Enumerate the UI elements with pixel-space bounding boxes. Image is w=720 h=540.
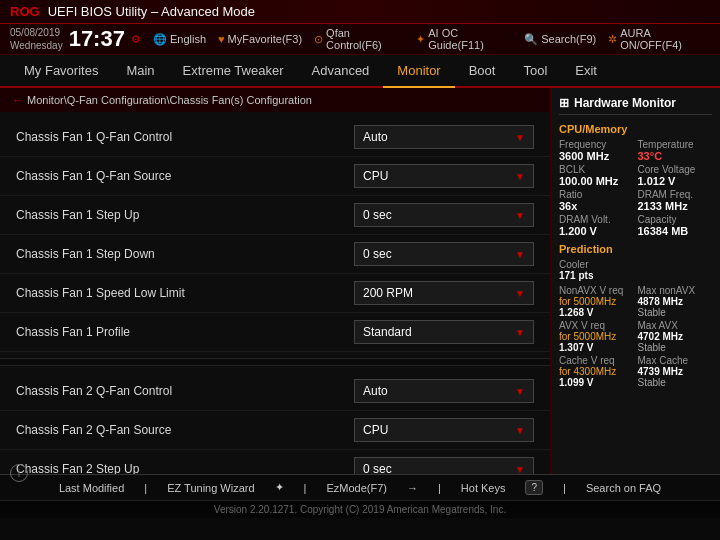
fan1-profile-value: Standard	[363, 325, 412, 339]
cache-value: 1.099 V	[559, 377, 634, 388]
dram-freq-value: 2133 MHz	[638, 200, 713, 212]
temperature-value: 33°C	[638, 150, 713, 162]
ez-tuning-label[interactable]: EZ Tuning Wizard	[167, 482, 254, 494]
myfavorite-item[interactable]: ♥ MyFavorite(F3)	[218, 33, 302, 45]
dram-volt-block: DRAM Volt. 1.200 V	[559, 214, 634, 237]
title-text: UEFI BIOS Utility – Advanced Mode	[48, 4, 255, 19]
fan1-step-down-select[interactable]: 0 sec ▼	[354, 242, 534, 266]
ai-oc-item[interactable]: ✦ AI OC Guide(F11)	[416, 27, 512, 51]
footer: Version 2.20.1271. Copyright (C) 2019 Am…	[0, 500, 720, 518]
cache-for: for 4300MHz	[559, 366, 634, 377]
avx-max-sub: Stable	[638, 342, 713, 353]
cpu-memory-title: CPU/Memory	[559, 123, 712, 135]
settings-icon[interactable]: ⚙	[131, 33, 141, 46]
qfan-item[interactable]: ⊙ Qfan Control(F6)	[314, 27, 404, 51]
avx-max-label: Max AVX	[638, 320, 713, 331]
fan1-step-down-value: 0 sec	[363, 247, 392, 261]
fan1-qfan-control-value: Auto	[363, 130, 388, 144]
arrow-icon: →	[407, 482, 418, 494]
fan2-qfan-source-select[interactable]: CPU ▼	[354, 418, 534, 442]
aura-label: AURA ON/OFF(F4)	[620, 27, 710, 51]
search-item[interactable]: 🔍 Search(F9)	[524, 33, 596, 46]
dropdown-arrow-icon: ▼	[515, 288, 525, 299]
fan1-qfan-source-select[interactable]: CPU ▼	[354, 164, 534, 188]
fan2-qfan-control-select[interactable]: Auto ▼	[354, 379, 534, 403]
avx-value: 1.307 V	[559, 342, 634, 353]
nav-main[interactable]: Main	[112, 55, 168, 86]
fan2-step-up-value: 0 sec	[363, 462, 392, 474]
avx-label: AVX V req	[559, 320, 634, 331]
core-voltage-block: Core Voltage 1.012 V	[638, 164, 713, 187]
cooler-label: Cooler	[559, 259, 712, 270]
fan2-step-up-select[interactable]: 0 sec ▼	[354, 457, 534, 474]
nonavx-label: NonAVX V req	[559, 285, 634, 296]
info-button[interactable]: i	[10, 464, 28, 482]
nav-monitor[interactable]: Monitor	[383, 55, 454, 88]
search-label: Search(F9)	[541, 33, 596, 45]
ai-oc-label: AI OC Guide(F11)	[428, 27, 512, 51]
cpu-memory-grid: Frequency 3600 MHz Temperature 33°C BCLK…	[559, 139, 712, 237]
nonavx-left: NonAVX V req for 5000MHz 1.268 V	[559, 285, 634, 318]
core-voltage-value: 1.012 V	[638, 175, 713, 187]
dram-freq-block: DRAM Freq. 2133 MHz	[638, 189, 713, 212]
frequency-value: 3600 MHz	[559, 150, 634, 162]
search-faq-label[interactable]: Search on FAQ	[586, 482, 661, 494]
avx-left: AVX V req for 5000MHz 1.307 V	[559, 320, 634, 353]
back-arrow[interactable]: ←	[12, 94, 23, 106]
fan1-step-up-value: 0 sec	[363, 208, 392, 222]
nav-boot[interactable]: Boot	[455, 55, 510, 86]
avx-max-value: 4702 MHz	[638, 331, 713, 342]
fan2-qfan-source-row: Chassis Fan 2 Q-Fan Source CPU ▼	[0, 411, 550, 450]
info-bar: 05/08/2019 Wednesday 17:37 ⚙ 🌐 English ♥…	[0, 24, 720, 55]
fan-icon: ⊙	[314, 33, 323, 46]
cooler-item: Cooler 171 pts	[559, 259, 712, 281]
aura-item[interactable]: ✲ AURA ON/OFF(F4)	[608, 27, 710, 51]
breadcrumb-text: Monitor\Q-Fan Configuration\Chassis Fan(…	[27, 94, 312, 106]
left-panel: ← Monitor\Q-Fan Configuration\Chassis Fa…	[0, 88, 550, 474]
fan1-speed-low-limit-select[interactable]: 200 RPM ▼	[354, 281, 534, 305]
ai-icon: ✦	[416, 33, 425, 46]
nonavx-right: Max nonAVX 4878 MHz Stable	[638, 285, 713, 318]
core-voltage-label: Core Voltage	[638, 164, 713, 175]
myfavorite-label: MyFavorite(F3)	[228, 33, 303, 45]
language-item[interactable]: 🌐 English	[153, 33, 206, 46]
hotkeys-badge[interactable]: ?	[525, 480, 543, 495]
cache-max-value: 4739 MHz	[638, 366, 713, 377]
fan1-qfan-control-select[interactable]: Auto ▼	[354, 125, 534, 149]
fan2-qfan-control-row: Chassis Fan 2 Q-Fan Control Auto ▼	[0, 372, 550, 411]
temperature-label: Temperature	[638, 139, 713, 150]
dropdown-arrow-icon: ▼	[515, 132, 525, 143]
fan1-step-down-label: Chassis Fan 1 Step Down	[16, 247, 354, 261]
section-divider	[0, 358, 550, 366]
fan1-speed-low-limit-value: 200 RPM	[363, 286, 413, 300]
hw-monitor-title: ⊞ Hardware Monitor	[559, 96, 712, 115]
fan1-step-up-select[interactable]: 0 sec ▼	[354, 203, 534, 227]
cooler-value: 171 pts	[559, 270, 712, 281]
qfan-label: Qfan Control(F6)	[326, 27, 404, 51]
ez-mode-label[interactable]: EzMode(F7)	[326, 482, 387, 494]
nav-tool[interactable]: Tool	[509, 55, 561, 86]
nav-advanced[interactable]: Advanced	[298, 55, 384, 86]
fan1-qfan-source-row: Chassis Fan 1 Q-Fan Source CPU ▼	[0, 157, 550, 196]
separator1: |	[144, 482, 147, 494]
nonavx-max-value: 4878 MHz	[638, 296, 713, 307]
fan2-step-up-row: Chassis Fan 2 Step Up 0 sec ▼	[0, 450, 550, 474]
dropdown-arrow-icon: ▼	[515, 210, 525, 221]
ratio-label: Ratio	[559, 189, 634, 200]
fan1-qfan-source-value: CPU	[363, 169, 388, 183]
language-label: English	[170, 33, 206, 45]
fan2-qfan-source-value: CPU	[363, 423, 388, 437]
language-icon: 🌐	[153, 33, 167, 46]
prediction-section: Prediction Cooler 171 pts NonAVX V req f…	[559, 243, 712, 388]
nav-my-favorites[interactable]: My Favorites	[10, 55, 112, 86]
footer-text: Version 2.20.1271. Copyright (C) 2019 Am…	[214, 504, 506, 515]
prediction-title: Prediction	[559, 243, 712, 255]
dropdown-arrow-icon: ▼	[515, 249, 525, 260]
nav-extreme-tweaker[interactable]: Extreme Tweaker	[169, 55, 298, 86]
nav-exit[interactable]: Exit	[561, 55, 611, 86]
fan1-profile-select[interactable]: Standard ▼	[354, 320, 534, 344]
dropdown-arrow-icon: ▼	[515, 425, 525, 436]
dropdown-arrow-icon: ▼	[515, 464, 525, 475]
fan1-speed-low-limit-row: Chassis Fan 1 Speed Low Limit 200 RPM ▼	[0, 274, 550, 313]
fan1-qfan-control-label: Chassis Fan 1 Q-Fan Control	[16, 130, 354, 144]
